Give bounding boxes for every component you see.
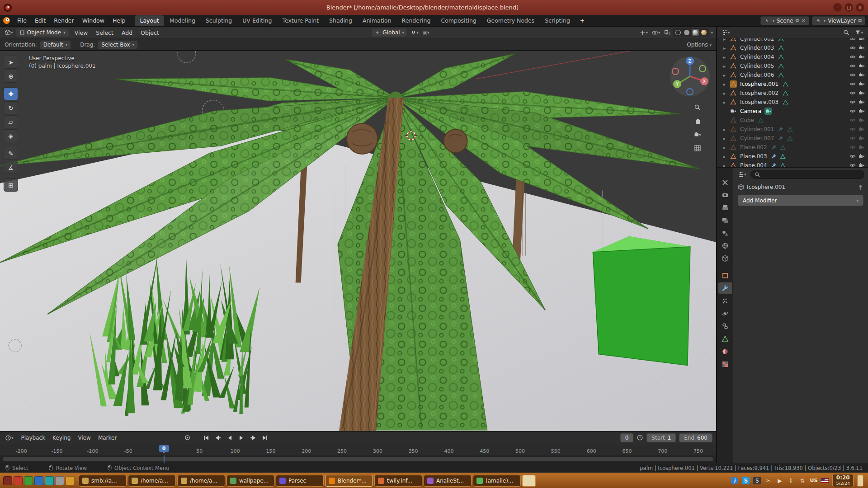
shading-options-chevron-icon[interactable]: ▾ — [711, 30, 713, 35]
jump-to-end-button[interactable] — [259, 433, 270, 442]
previous-keyframe-button[interactable] — [212, 433, 223, 442]
hide-in-viewport-eye-icon[interactable] — [849, 62, 856, 70]
workspace-tab[interactable]: UV Editing — [237, 15, 277, 26]
app-launcher-icon[interactable] — [66, 476, 75, 485]
tab-tool[interactable] — [718, 177, 732, 188]
object-name[interactable]: Plane.003 — [739, 153, 769, 160]
show-desktop-widget[interactable] — [857, 475, 863, 487]
network-icon[interactable]: ⇅ — [798, 477, 806, 484]
expand-arrow-icon[interactable]: ▸ — [723, 145, 728, 150]
menubar-item[interactable]: File — [13, 16, 31, 25]
object-name[interactable]: Plane.002 — [739, 144, 769, 150]
pin-icon[interactable] — [858, 184, 863, 190]
timeline-ruler[interactable]: 0 -200-150-100-5005010015020025030035040… — [0, 444, 716, 455]
timeline-menu-item[interactable]: Keying — [50, 434, 73, 442]
outliner-row[interactable]: ▸ Cylinder.002 — [717, 38, 868, 43]
disable-in-renders-camera-icon[interactable] — [858, 89, 865, 97]
object-name[interactable]: Camera — [739, 108, 763, 114]
show-overlays-icon[interactable]: ▾ — [651, 30, 662, 36]
shading-solid-button[interactable] — [683, 29, 690, 36]
disable-in-renders-camera-icon[interactable] — [858, 144, 865, 151]
outliner-row[interactable]: ▸ Plane.003 — [717, 152, 868, 161]
expand-arrow-icon[interactable]: ▸ — [723, 64, 728, 69]
disable-in-renders-camera-icon[interactable] — [858, 117, 865, 124]
outliner-row[interactable]: ▸ Icosphere.001 — [717, 80, 868, 89]
taskbar-window-button[interactable]: Parsec — [276, 475, 324, 487]
hide-in-viewport-eye-icon[interactable] — [849, 89, 856, 97]
workspace-tab[interactable]: Scripting — [540, 15, 575, 26]
rotate-tool[interactable]: ↻ — [4, 101, 18, 114]
tab-world[interactable] — [718, 240, 732, 251]
timeline-track-area[interactable] — [0, 455, 716, 463]
tab-view-layer[interactable] — [718, 215, 732, 226]
expand-arrow-icon[interactable]: ▸ — [723, 46, 728, 51]
toggle-xray-icon[interactable] — [663, 30, 671, 36]
play-tray-icon[interactable]: ▶ — [776, 477, 783, 484]
expand-arrow-icon[interactable]: ▸ — [723, 55, 728, 60]
hide-in-viewport-eye-icon[interactable] — [849, 38, 856, 42]
scissors-icon[interactable]: ✂ — [764, 477, 772, 484]
tab-object[interactable] — [718, 270, 732, 281]
tab-constraints[interactable] — [718, 320, 732, 332]
disable-in-renders-camera-icon[interactable] — [858, 71, 865, 79]
hide-in-viewport-eye-icon[interactable] — [849, 44, 856, 52]
disable-in-renders-camera-icon[interactable] — [858, 108, 865, 115]
taskbar-clock[interactable]: 0:20 5/2/24 — [832, 474, 854, 487]
pan-hand-icon[interactable] — [691, 115, 704, 127]
object-name[interactable]: Cylinder.001 — [739, 126, 775, 132]
object-name[interactable]: Cylinder.004 — [739, 54, 775, 60]
timeline-menu-item[interactable]: Playback — [19, 434, 48, 442]
hide-in-viewport-eye-icon[interactable] — [849, 153, 856, 160]
timeline-editor-icon[interactable]: ▾ — [4, 435, 15, 441]
object-name[interactable]: Cylinder.005 — [739, 63, 775, 69]
viewport-menu-item[interactable]: Add — [118, 28, 137, 38]
expand-arrow-icon[interactable]: ▸ — [723, 127, 728, 132]
hide-in-viewport-eye-icon[interactable] — [849, 162, 856, 167]
move-tool[interactable]: ✚ — [4, 87, 18, 100]
object-name[interactable]: Cube — [739, 117, 755, 123]
shading-material-button[interactable] — [692, 29, 699, 36]
outliner-row[interactable]: ▸ Cylinder.006 — [717, 70, 868, 80]
outliner-row[interactable]: ▸ Cylinder.007 — [717, 134, 868, 143]
info-icon[interactable]: i — [731, 477, 738, 484]
tab-modifiers[interactable] — [718, 282, 732, 294]
scale-tool[interactable]: ▱ — [4, 115, 18, 128]
hide-in-viewport-eye-icon[interactable] — [849, 117, 856, 124]
new-viewlayer-icon[interactable]: ⧉ — [858, 18, 862, 23]
add-modifier-button[interactable]: Add Modifier ▾ — [738, 195, 863, 206]
playhead[interactable]: 0 — [159, 445, 170, 452]
disable-in-renders-camera-icon[interactable] — [858, 99, 865, 106]
titlebar[interactable]: Blender* [/home/amalie/Desktop/blender/m… — [0, 0, 868, 15]
hide-in-viewport-eye-icon[interactable] — [849, 53, 856, 61]
use-preview-range-icon[interactable] — [637, 434, 643, 441]
workspace-tab[interactable]: Sculpting — [201, 15, 237, 26]
object-name[interactable]: Cylinder.006 — [739, 72, 775, 78]
disable-in-renders-camera-icon[interactable] — [858, 153, 865, 160]
object-name[interactable]: Cylinder.003 — [739, 45, 775, 51]
scene-selector[interactable]: ▾ Scene ⧉ × — [760, 16, 809, 25]
zoom-icon[interactable] — [691, 102, 704, 113]
menubar-item[interactable]: Help — [108, 16, 130, 25]
app-launcher-icon[interactable] — [45, 476, 54, 485]
viewport-menu-item[interactable]: View — [71, 28, 92, 38]
disable-in-renders-camera-icon[interactable] — [858, 44, 865, 52]
select-box-tool[interactable]: ➤ — [4, 56, 18, 69]
end-frame-field[interactable]: End 600 — [679, 433, 712, 442]
taskbar-window-button[interactable] — [522, 475, 536, 487]
breadcrumb-object-name[interactable]: Icosphere.001 — [747, 184, 785, 190]
object-name[interactable]: Icosphere.003 — [739, 99, 780, 105]
workspace-tab[interactable]: Animation — [358, 15, 396, 26]
taskbar-window-button[interactable]: /home/a... — [128, 475, 176, 487]
hide-in-viewport-eye-icon[interactable] — [849, 108, 856, 115]
s-app-icon[interactable]: S — [753, 477, 761, 484]
tab-output[interactable] — [718, 202, 732, 213]
app-launcher-icon[interactable] — [24, 476, 33, 485]
tab-scene[interactable] — [718, 227, 732, 239]
tab-object-data[interactable] — [718, 333, 732, 344]
expand-arrow-icon[interactable]: ▸ — [723, 38, 728, 42]
new-scene-icon[interactable]: ⧉ — [796, 18, 799, 23]
object-name[interactable]: Plane.004 — [739, 162, 769, 167]
keyboard-layout[interactable]: US — [810, 477, 817, 484]
taskbar-window-button[interactable]: twily.inf... — [374, 475, 422, 487]
disable-in-renders-camera-icon[interactable] — [858, 38, 865, 42]
